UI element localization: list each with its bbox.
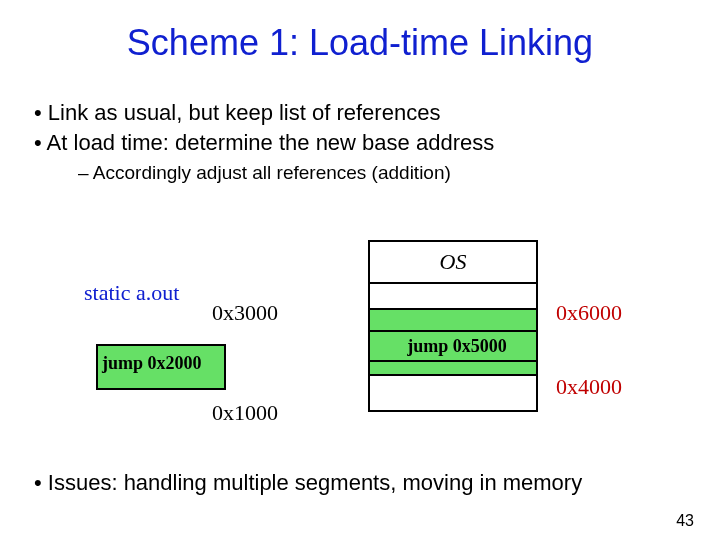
- right-addr-6000: 0x6000: [556, 300, 622, 326]
- os-segment: OS: [368, 240, 538, 282]
- bullet-2: At load time: determine the new base add…: [34, 130, 720, 156]
- gap-segment-1: [368, 282, 538, 308]
- sub-bullet: Accordingly adjust all references (addit…: [78, 162, 720, 184]
- memory-stack: OS jump 0x5000: [368, 240, 538, 412]
- left-addr-top: 0x3000: [212, 300, 278, 326]
- bullet-list: Link as usual, but keep list of referenc…: [34, 100, 720, 184]
- right-jump-instr: jump 0x5000: [368, 330, 538, 360]
- loaded-segment-bottom: [368, 360, 538, 374]
- diagram: static a.out 0x3000 jump 0x2000 0x1000 O…: [0, 240, 720, 470]
- right-addr-4000: 0x4000: [556, 374, 622, 400]
- static-label: static a.out: [84, 280, 179, 306]
- loaded-segment-top: [368, 308, 538, 330]
- gap-segment-2: [368, 374, 538, 412]
- left-addr-bottom: 0x1000: [212, 400, 278, 426]
- bullet-1: Link as usual, but keep list of referenc…: [34, 100, 720, 126]
- issues-bullet: Issues: handling multiple segments, movi…: [34, 470, 582, 496]
- left-jump-instr: jump 0x2000: [102, 353, 202, 374]
- slide-title: Scheme 1: Load-time Linking: [0, 0, 720, 74]
- page-number: 43: [676, 512, 694, 530]
